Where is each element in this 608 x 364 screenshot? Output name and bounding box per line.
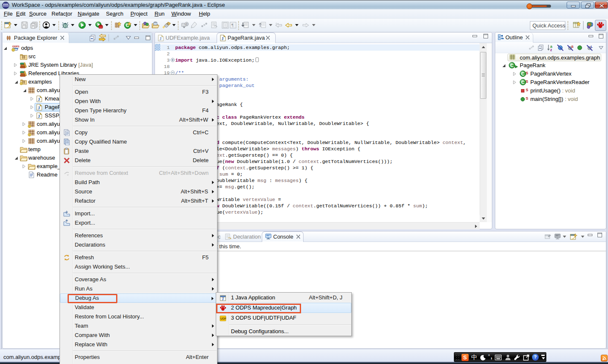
svg-text:J: J — [38, 106, 40, 110]
svg-text:J: J — [222, 36, 224, 41]
svg-text:C: C — [521, 80, 524, 85]
svg-text:!: ! — [13, 49, 14, 52]
svg-text:J: J — [38, 114, 40, 119]
svg-text:¶: ¶ — [231, 23, 233, 27]
svg-text:!: ! — [29, 133, 30, 136]
svg-text:C: C — [186, 23, 188, 26]
svg-text:L: L — [591, 45, 593, 49]
svg-text:!: ! — [29, 125, 30, 128]
svg-text:UDF: UDF — [220, 317, 226, 320]
svg-text:ODPS: ODPS — [12, 45, 19, 48]
svg-text:C: C — [521, 71, 524, 76]
svg-text:J: J — [38, 97, 40, 102]
svg-text:z: z — [550, 48, 552, 52]
svg-text:J: J — [222, 296, 224, 301]
svg-text:J: J — [160, 36, 162, 41]
svg-text:!: ! — [21, 82, 22, 85]
svg-text:S: S — [571, 45, 574, 49]
svg-text:C: C — [510, 63, 513, 68]
